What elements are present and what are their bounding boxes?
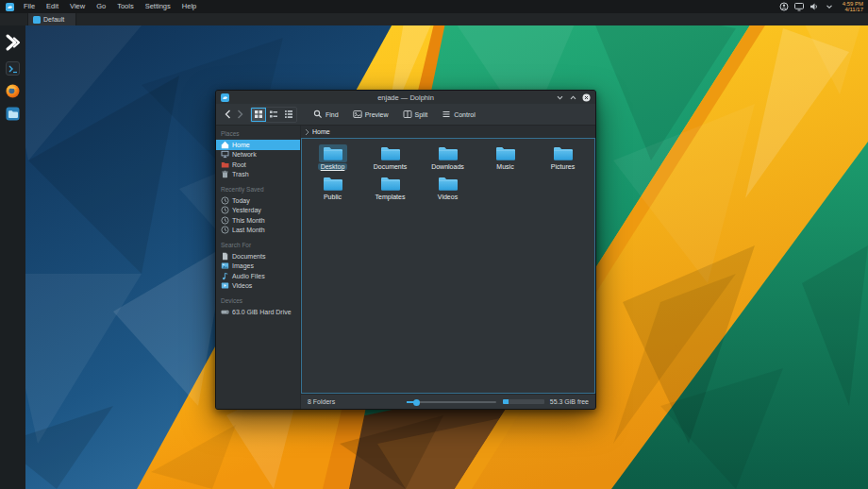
tray-expand-icon[interactable]	[825, 2, 834, 11]
sidebar-label: Documents	[232, 253, 265, 260]
task-default[interactable]: Default	[27, 13, 76, 25]
sidebar-item-yesterday[interactable]: Yesterday	[216, 206, 300, 216]
display-icon[interactable]	[794, 2, 804, 11]
sidebar-label: Audio Files	[232, 273, 265, 279]
sidebar-label: Yesterday	[232, 207, 261, 213]
clock-icon	[221, 196, 229, 205]
user-status-icon[interactable]	[779, 2, 789, 11]
close-button[interactable]	[582, 93, 591, 102]
folder-icon	[434, 144, 462, 162]
location-bar[interactable]: Home	[301, 126, 595, 138]
sidebar-item-this-month[interactable]: This Month	[216, 215, 300, 226]
back-button[interactable]	[222, 107, 234, 122]
folder-label: Downloads	[428, 163, 467, 170]
breadcrumb-home[interactable]: Home	[312, 128, 330, 135]
launcher-icon[interactable]	[4, 32, 23, 53]
view-mode-group	[250, 107, 297, 123]
folder-pictures[interactable]: Pictures	[534, 143, 592, 173]
folder-documents[interactable]: Documents	[361, 143, 419, 173]
folder-label: Public	[321, 194, 344, 200]
zoom-slider-track[interactable]	[407, 401, 496, 403]
folder-icon	[492, 144, 520, 162]
menu-view[interactable]: View	[64, 0, 91, 13]
control-button[interactable]: Control	[437, 107, 480, 122]
folder-icon	[376, 144, 405, 162]
clock-icon	[221, 226, 229, 234]
places-panel: Places Home Network Root Trash Rece	[216, 126, 301, 409]
breadcrumb-chevron-icon	[305, 128, 309, 136]
split-button[interactable]: Split	[398, 107, 433, 122]
video-icon	[221, 281, 229, 290]
browser-icon[interactable]	[6, 84, 20, 98]
folder-view[interactable]: Desktop Documents Downloads Music	[301, 138, 595, 394]
menu-go[interactable]: Go	[91, 0, 111, 13]
image-icon	[221, 261, 229, 270]
section-devices: Devices	[216, 294, 300, 307]
folder-videos[interactable]: Videos	[419, 173, 476, 203]
menu-edit[interactable]: Edit	[41, 0, 64, 13]
section-places: Places	[216, 126, 300, 140]
statusbar: 8 Folders 55.3 GiB free	[301, 394, 595, 409]
sidebar-item-home[interactable]: Home	[216, 140, 300, 150]
root-folder-icon	[221, 160, 229, 169]
sidebar-item-trash[interactable]: Trash	[216, 170, 300, 180]
zoom-slider-handle[interactable]	[413, 399, 420, 406]
folder-grid: Desktop Documents Downloads Music	[304, 143, 593, 203]
toolbar: Find Preview Split Control	[216, 104, 595, 126]
clock[interactable]: 4:59 PM 4/11/17	[843, 1, 863, 13]
details-view-button[interactable]	[281, 108, 296, 122]
split-label: Split	[415, 111, 428, 118]
desktop: File Edit View Go Tools Settings Help 4:…	[0, 0, 868, 489]
dock	[0, 25, 25, 489]
sidebar-item-documents[interactable]: Documents	[216, 251, 300, 261]
sidebar-item-network[interactable]: Network	[216, 150, 300, 160]
zoom-slider[interactable]	[407, 397, 496, 406]
folder-icon	[549, 144, 577, 162]
folder-label: Templates	[373, 194, 409, 200]
titlebar[interactable]: enjade — Dolphin	[216, 91, 595, 104]
disk-capacity-bar	[503, 399, 544, 404]
folder-music[interactable]: Music	[476, 143, 534, 173]
dolphin-window: enjade — Dolphin	[215, 90, 596, 410]
sidebar-label: Videos	[232, 282, 252, 289]
find-button[interactable]: Find	[309, 107, 343, 122]
preview-button[interactable]: Preview	[348, 107, 393, 122]
sidebar-item-audio-files[interactable]: Audio Files	[216, 271, 300, 281]
sidebar-label: Images	[232, 262, 254, 269]
preview-label: Preview	[365, 111, 389, 118]
sidebar-item-images[interactable]: Images	[216, 261, 300, 272]
clock-icon	[221, 206, 229, 214]
folder-public[interactable]: Public	[304, 173, 361, 203]
menu-tools[interactable]: Tools	[111, 0, 140, 13]
icons-view-button[interactable]	[251, 108, 266, 122]
file-manager-icon[interactable]	[6, 107, 20, 121]
sidebar-label: Today	[232, 197, 250, 204]
terminal-icon[interactable]	[6, 61, 20, 76]
home-icon	[221, 141, 229, 149]
folder-label: Desktop	[318, 163, 348, 170]
forward-button[interactable]	[234, 107, 246, 122]
sidebar-item-today[interactable]: Today	[216, 195, 300, 206]
compact-view-button[interactable]	[266, 108, 281, 122]
task-label: Default	[43, 16, 64, 23]
sidebar-label: Last Month	[232, 227, 265, 233]
minimize-button[interactable]	[556, 93, 564, 102]
network-icon	[221, 150, 229, 159]
menu-file[interactable]: File	[18, 0, 41, 13]
sidebar-item-last-month[interactable]: Last Month	[216, 226, 300, 236]
folder-templates[interactable]: Templates	[361, 173, 419, 203]
folder-desktop[interactable]: Desktop	[304, 143, 361, 173]
clock-icon	[221, 216, 229, 225]
menu-help[interactable]: Help	[176, 0, 202, 13]
sidebar-item-root[interactable]: Root	[216, 160, 300, 170]
task-icon	[33, 16, 41, 24]
volume-icon[interactable]	[810, 2, 819, 11]
maximize-button[interactable]	[569, 93, 577, 102]
audio-icon	[221, 272, 229, 280]
folder-downloads[interactable]: Downloads	[419, 143, 476, 173]
sidebar-item-hard-drive[interactable]: 63.0 GiB Hard Drive	[216, 307, 300, 317]
menu-settings[interactable]: Settings	[140, 0, 176, 13]
window-content: Places Home Network Root Trash Rece	[216, 126, 595, 409]
folder-label: Pictures	[548, 163, 577, 170]
sidebar-item-videos[interactable]: Videos	[216, 281, 300, 292]
